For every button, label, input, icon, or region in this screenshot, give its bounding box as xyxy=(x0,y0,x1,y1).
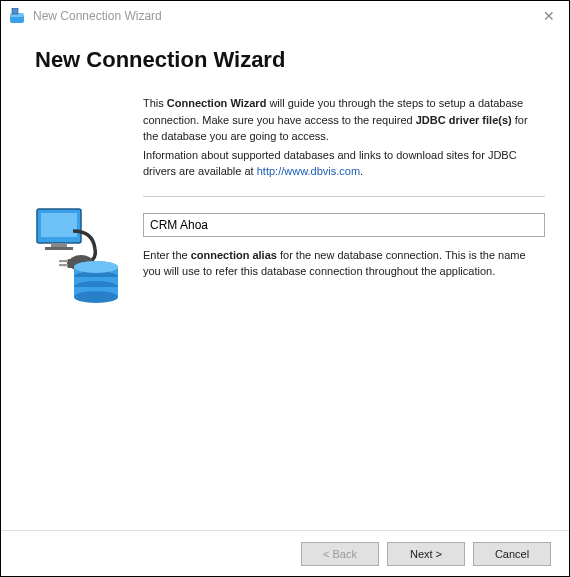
intro-text: This Connection Wizard will guide you th… xyxy=(143,95,545,180)
svg-rect-6 xyxy=(45,247,73,250)
svg-rect-5 xyxy=(51,243,67,247)
wizard-window: New Connection Wizard ✕ New Connection W… xyxy=(0,0,570,577)
titlebar: New Connection Wizard ✕ xyxy=(1,1,569,31)
page-title: New Connection Wizard xyxy=(35,47,545,73)
svg-rect-9 xyxy=(59,260,68,262)
content-area: New Connection Wizard xyxy=(1,31,569,530)
database-plug-icon xyxy=(25,205,135,305)
dbvis-link[interactable]: http://www.dbvis.com xyxy=(257,165,360,177)
alias-hint: Enter the connection alias for the new d… xyxy=(143,247,545,280)
intro-text-part: . xyxy=(360,165,363,177)
body-columns: This Connection Wizard will guide you th… xyxy=(25,95,545,305)
svg-point-18 xyxy=(74,261,118,273)
illustration-column xyxy=(25,95,135,305)
window-title: New Connection Wizard xyxy=(33,9,537,23)
svg-rect-10 xyxy=(59,264,68,266)
back-button: < Back xyxy=(301,542,379,566)
form-column: This Connection Wizard will guide you th… xyxy=(143,95,545,305)
cancel-button[interactable]: Cancel xyxy=(473,542,551,566)
intro-bold-driver: JDBC driver file(s) xyxy=(416,114,512,126)
svg-rect-2 xyxy=(12,8,18,14)
intro-text-part: This xyxy=(143,97,167,109)
divider xyxy=(143,196,545,197)
connection-alias-input[interactable] xyxy=(143,213,545,237)
hint-text-part: Enter the xyxy=(143,249,191,261)
svg-point-17 xyxy=(74,291,118,303)
close-icon[interactable]: ✕ xyxy=(537,8,561,24)
hint-bold: connection alias xyxy=(191,249,277,261)
button-bar: < Back Next > Cancel xyxy=(1,530,569,576)
app-icon xyxy=(9,8,25,24)
svg-rect-4 xyxy=(41,213,77,237)
next-button[interactable]: Next > xyxy=(387,542,465,566)
spacer xyxy=(25,305,545,518)
intro-bold-wizard: Connection Wizard xyxy=(167,97,267,109)
